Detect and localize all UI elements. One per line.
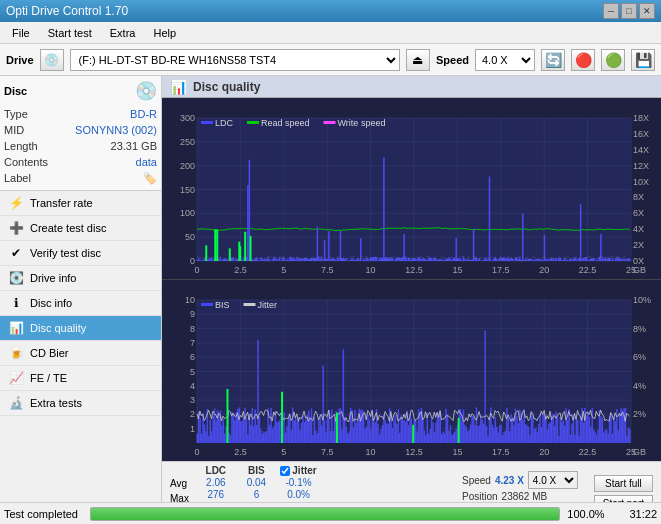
sidebar-item-create-test-disc[interactable]: ➕ Create test disc <box>0 216 161 241</box>
fe-te-icon: 📈 <box>8 371 24 385</box>
eject-button[interactable]: ⏏ <box>406 49 430 71</box>
disc-type-label: Type <box>4 106 28 122</box>
sidebar-menu: ⚡ Transfer rate ➕ Create test disc ✔ Ver… <box>0 191 161 503</box>
sidebar-item-disc-info[interactable]: ℹ Disc info <box>0 291 161 316</box>
disc-type-value: BD-R <box>130 106 157 122</box>
sidebar-item-label: Disc quality <box>30 322 86 334</box>
disc-label-label: Label <box>4 170 31 186</box>
refresh-button[interactable]: 🔄 <box>541 49 565 71</box>
sidebar-item-transfer-rate[interactable]: ⚡ Transfer rate <box>0 191 161 216</box>
jitter-header: Jitter <box>292 465 316 476</box>
disc-contents-label: Contents <box>4 154 48 170</box>
drive-select[interactable]: (F:) HL-DT-ST BD-RE WH16NS58 TST4 <box>70 49 400 71</box>
chart-title-bar: 📊 Disc quality <box>162 76 661 98</box>
ldc-canvas <box>162 98 661 279</box>
disc-mid-label: MID <box>4 122 24 138</box>
disc-section-title: Disc <box>4 85 27 97</box>
sidebar-item-extra-tests[interactable]: 🔬 Extra tests <box>0 391 161 416</box>
menu-extra[interactable]: Extra <box>102 25 144 41</box>
app-title: Opti Drive Control 1.70 <box>6 4 128 18</box>
chart-title: Disc quality <box>193 80 260 94</box>
drive-icon-button[interactable]: 💿 <box>40 49 64 71</box>
drive-bar: Drive 💿 (F:) HL-DT-ST BD-RE WH16NS58 TST… <box>0 44 661 76</box>
sidebar-item-cd-bier[interactable]: 🍺 CD Bier <box>0 341 161 366</box>
disc-mid-value: SONYNN3 (002) <box>75 122 157 138</box>
menu-file[interactable]: File <box>4 25 38 41</box>
speed-stat-value: 4.23 X <box>495 475 524 486</box>
bis-header: BIS <box>248 465 265 476</box>
jitter-max: 0.0% <box>287 489 310 500</box>
ldc-avg: 2.06 <box>206 477 225 488</box>
disc-label-icon: 🏷️ <box>143 170 157 186</box>
avg-label: Avg <box>170 477 191 491</box>
progress-bar-container <box>90 507 560 521</box>
main-content: Disc 💿 Type BD-R MID SONYNN3 (002) Lengt… <box>0 76 661 524</box>
settings-button1[interactable]: 🔴 <box>571 49 595 71</box>
right-panel-wrapper: 📊 Disc quality Avg Max Total <box>162 76 661 524</box>
drive-info-icon: 💽 <box>8 271 24 285</box>
sidebar-item-label: Extra tests <box>30 397 82 409</box>
charts-area <box>162 98 661 461</box>
progress-bar-fill <box>91 508 559 520</box>
ldc-chart <box>162 98 661 280</box>
bottom-bar: Test completed 100.0% 31:22 <box>0 502 661 524</box>
disc-quality-icon: 📊 <box>8 321 24 335</box>
time-display: 31:22 <box>612 508 657 520</box>
ldc-header: LDC <box>206 465 227 476</box>
title-bar: Opti Drive Control 1.70 ─ □ ✕ <box>0 0 661 22</box>
bis-max: 6 <box>254 489 260 500</box>
sidebar-item-drive-info[interactable]: 💽 Drive info <box>0 266 161 291</box>
bis-canvas <box>162 280 661 461</box>
window-controls: ─ □ ✕ <box>603 3 655 19</box>
ldc-max: 276 <box>207 489 224 500</box>
menu-start-test[interactable]: Start test <box>40 25 100 41</box>
disc-section: Disc 💿 Type BD-R MID SONYNN3 (002) Lengt… <box>0 76 161 191</box>
position-label: Position <box>462 491 498 502</box>
save-button[interactable]: 💾 <box>631 49 655 71</box>
status-text: Test completed <box>4 508 84 520</box>
close-button[interactable]: ✕ <box>639 3 655 19</box>
speed-label: Speed <box>436 54 469 66</box>
speed-stat-select[interactable]: 4.0 X <box>528 471 578 489</box>
verify-test-disc-icon: ✔ <box>8 246 24 260</box>
bis-chart <box>162 280 661 461</box>
sidebar-item-label: Verify test disc <box>30 247 101 259</box>
settings-button2[interactable]: 🟢 <box>601 49 625 71</box>
drive-label: Drive <box>6 54 34 66</box>
start-full-button[interactable]: Start full <box>594 475 653 492</box>
jitter-avg: -0.1% <box>285 477 311 488</box>
disc-length-value: 23.31 GB <box>111 138 157 154</box>
sidebar-item-label: Create test disc <box>30 222 106 234</box>
cd-bier-icon: 🍺 <box>8 346 24 360</box>
chart-title-icon: 📊 <box>170 79 187 95</box>
jitter-checkbox[interactable] <box>280 466 290 476</box>
menu-help[interactable]: Help <box>145 25 184 41</box>
sidebar-item-label: FE / TE <box>30 372 67 384</box>
sidebar-item-fe-te[interactable]: 📈 FE / TE <box>0 366 161 391</box>
position-value: 23862 MB <box>502 491 548 502</box>
transfer-rate-icon: ⚡ <box>8 196 24 210</box>
maximize-button[interactable]: □ <box>621 3 637 19</box>
extra-tests-icon: 🔬 <box>8 396 24 410</box>
sidebar-item-label: Transfer rate <box>30 197 93 209</box>
speed-stat-label: Speed <box>462 475 491 486</box>
disc-length-label: Length <box>4 138 38 154</box>
bis-avg: 0.04 <box>247 477 266 488</box>
menu-bar: File Start test Extra Help <box>0 22 661 44</box>
sidebar-item-label: Drive info <box>30 272 76 284</box>
sidebar-item-label: Disc info <box>30 297 72 309</box>
speed-select[interactable]: 4.0 X <box>475 49 535 71</box>
sidebar-item-verify-test-disc[interactable]: ✔ Verify test disc <box>0 241 161 266</box>
minimize-button[interactable]: ─ <box>603 3 619 19</box>
sidebar-item-disc-quality[interactable]: 📊 Disc quality <box>0 316 161 341</box>
progress-percent: 100.0% <box>566 508 606 520</box>
disc-info-icon: ℹ <box>8 296 24 310</box>
create-test-disc-icon: ➕ <box>8 221 24 235</box>
sidebar: Disc 💿 Type BD-R MID SONYNN3 (002) Lengt… <box>0 76 162 524</box>
sidebar-item-label: CD Bier <box>30 347 69 359</box>
disc-icon: 💿 <box>135 80 157 102</box>
disc-contents-value: data <box>136 154 157 170</box>
